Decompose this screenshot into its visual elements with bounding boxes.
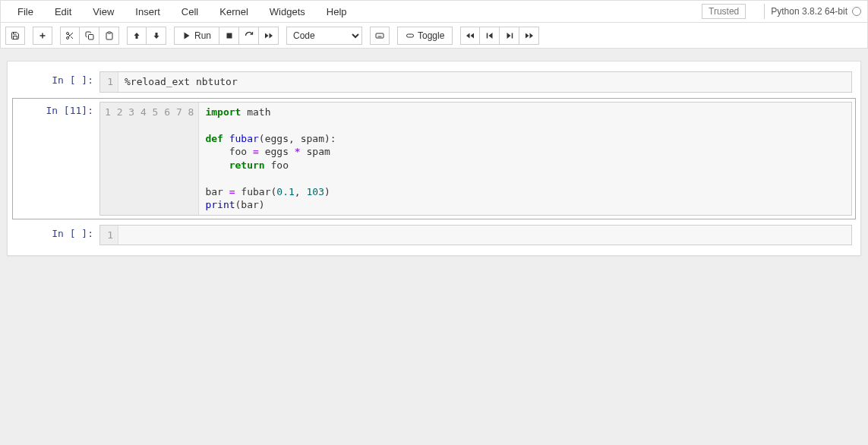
code-editor[interactable]: import math def fubar(eggs, spam): foo =… bbox=[199, 103, 851, 215]
svg-rect-7 bbox=[88, 34, 93, 39]
code-cell[interactable]: In [11]:1 2 3 4 5 6 7 8import math def f… bbox=[12, 98, 856, 219]
notebook-container: In [ ]:1%reload_ext nbtutorIn [11]:1 2 3… bbox=[7, 61, 861, 256]
svg-line-6 bbox=[68, 34, 70, 36]
run-label: Run bbox=[194, 30, 211, 41]
play-icon bbox=[182, 31, 191, 40]
input-area[interactable]: 1 2 3 4 5 6 7 8import math def fubar(egg… bbox=[99, 102, 852, 216]
move-down-button[interactable] bbox=[147, 27, 166, 45]
svg-line-5 bbox=[71, 36, 73, 39]
last-button[interactable] bbox=[519, 27, 539, 45]
save-icon bbox=[11, 31, 20, 40]
toolbar: Run Code Toggle bbox=[0, 23, 868, 49]
svg-point-2 bbox=[67, 32, 69, 34]
stop-icon bbox=[225, 31, 234, 40]
input-area[interactable]: 1 bbox=[99, 225, 852, 246]
svg-rect-13 bbox=[376, 33, 383, 38]
svg-point-3 bbox=[67, 36, 69, 39]
svg-marker-9 bbox=[185, 32, 190, 39]
skip-forward-icon bbox=[525, 31, 534, 40]
menu-view[interactable]: View bbox=[82, 3, 125, 21]
code-cell[interactable]: In [ ]:1%reload_ext nbtutor bbox=[12, 68, 856, 96]
celltype-select[interactable]: Code bbox=[286, 27, 362, 45]
skip-back-icon bbox=[466, 31, 475, 40]
restart-button[interactable] bbox=[239, 27, 259, 45]
menu-insert[interactable]: Insert bbox=[125, 3, 171, 21]
restart-runall-button[interactable] bbox=[259, 27, 279, 45]
cut-icon bbox=[65, 31, 74, 40]
input-prompt: In [11]: bbox=[16, 102, 99, 216]
svg-marker-27 bbox=[526, 33, 529, 38]
svg-rect-8 bbox=[108, 32, 111, 33]
step-back-icon bbox=[485, 31, 494, 40]
arrow-down-icon bbox=[152, 31, 161, 40]
input-prompt: In [ ]: bbox=[16, 71, 99, 93]
copy-button[interactable] bbox=[80, 27, 99, 45]
toggle-label: Toggle bbox=[418, 30, 444, 41]
toggle-button[interactable]: Toggle bbox=[397, 27, 453, 45]
svg-rect-10 bbox=[226, 33, 232, 38]
svg-marker-11 bbox=[269, 33, 273, 38]
svg-rect-19 bbox=[407, 34, 414, 37]
plus-icon bbox=[38, 31, 47, 40]
svg-marker-12 bbox=[265, 33, 269, 38]
step-forward-icon bbox=[505, 31, 514, 40]
paste-button[interactable] bbox=[99, 27, 119, 45]
svg-marker-21 bbox=[471, 33, 475, 38]
cut-button[interactable] bbox=[60, 27, 80, 45]
menu-widgets[interactable]: Widgets bbox=[259, 3, 316, 21]
line-gutter: 1 2 3 4 5 6 7 8 bbox=[100, 103, 199, 215]
divider bbox=[764, 4, 765, 19]
first-button[interactable] bbox=[460, 27, 480, 45]
line-gutter: 1 bbox=[100, 72, 118, 92]
copy-icon bbox=[85, 31, 94, 40]
kernel-idle-icon bbox=[852, 7, 861, 16]
menu-edit[interactable]: Edit bbox=[44, 3, 82, 21]
paste-icon bbox=[105, 31, 114, 40]
input-area[interactable]: 1%reload_ext nbtutor bbox=[99, 71, 852, 93]
code-editor[interactable]: %reload_ext nbtutor bbox=[118, 72, 851, 92]
svg-marker-26 bbox=[529, 33, 533, 38]
menu-help[interactable]: Help bbox=[316, 3, 358, 21]
kernel-name[interactable]: Python 3.8.2 64-bit bbox=[771, 6, 847, 17]
input-prompt: In [ ]: bbox=[16, 225, 99, 246]
run-button[interactable]: Run bbox=[174, 27, 219, 45]
svg-marker-24 bbox=[507, 33, 510, 39]
toggle-icon bbox=[406, 31, 415, 40]
restart-icon bbox=[245, 31, 254, 40]
move-up-button[interactable] bbox=[127, 27, 147, 45]
svg-marker-20 bbox=[466, 33, 470, 38]
menu-kernel[interactable]: Kernel bbox=[209, 3, 259, 21]
trusted-indicator[interactable]: Trusted bbox=[702, 4, 746, 19]
fast-forward-icon bbox=[264, 31, 273, 40]
menubar: File Edit View Insert Cell Kernel Widget… bbox=[0, 0, 868, 23]
command-palette-button[interactable] bbox=[370, 27, 390, 45]
interrupt-button[interactable] bbox=[219, 27, 239, 45]
prev-button[interactable] bbox=[480, 27, 500, 45]
menu-cell[interactable]: Cell bbox=[171, 3, 209, 21]
line-gutter: 1 bbox=[100, 226, 118, 245]
menu-file[interactable]: File bbox=[7, 3, 44, 21]
add-cell-button[interactable] bbox=[33, 27, 52, 45]
svg-marker-22 bbox=[488, 33, 492, 39]
code-editor[interactable] bbox=[118, 226, 851, 245]
save-button[interactable] bbox=[5, 27, 25, 45]
arrow-up-icon bbox=[132, 31, 141, 40]
code-cell[interactable]: In [ ]:1 bbox=[12, 221, 856, 250]
next-button[interactable] bbox=[500, 27, 519, 45]
keyboard-icon bbox=[375, 31, 384, 40]
